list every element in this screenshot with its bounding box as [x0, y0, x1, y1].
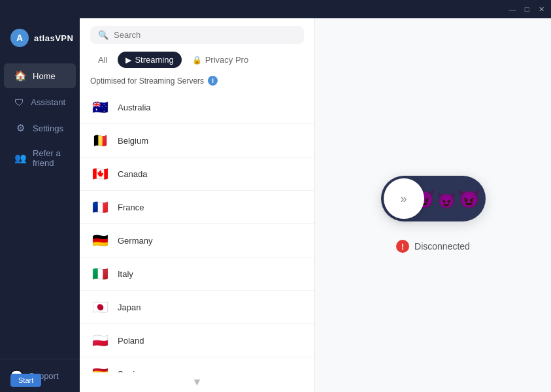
sidebar-item-home-label: Home	[33, 71, 56, 81]
flag-icon: 🇮🇹	[90, 264, 110, 284]
tab-streaming-label: Streaming	[135, 55, 173, 65]
privacy-pro-icon: 🔒	[192, 56, 202, 65]
connection-panel: » 😈 😈 😈 ! Disconnected	[315, 18, 551, 392]
country-name: Australia	[118, 103, 151, 112]
toggle-arrow-icon: »	[400, 192, 407, 206]
tab-all-label: All	[98, 55, 107, 65]
scroll-indicator: ▼	[80, 372, 314, 392]
scroll-down-icon: ▼	[192, 376, 203, 388]
close-button[interactable]: ✕	[537, 5, 546, 14]
flag-icon: 🇯🇵	[90, 297, 110, 317]
logo-icon: A	[10, 29, 29, 47]
flag-icon: 🇦🇺	[90, 97, 110, 117]
assistant-icon: 🛡	[14, 96, 24, 108]
info-badge[interactable]: i	[208, 76, 218, 86]
streaming-icon: ▶	[125, 56, 131, 65]
settings-icon: ⚙	[14, 122, 26, 134]
list-item[interactable]: 🇵🇱Poland	[80, 324, 314, 357]
sidebar-item-settings[interactable]: ⚙ Settings	[4, 116, 76, 140]
list-item[interactable]: 🇫🇷France	[80, 191, 314, 224]
optimised-label-text: Optimised for Streaming Servers	[90, 76, 204, 86]
vpn-toggle[interactable]: » 😈 😈 😈	[381, 176, 486, 221]
country-name: France	[118, 203, 144, 212]
refer-icon: 👥	[14, 152, 26, 164]
toggle-knob[interactable]: »	[384, 178, 424, 219]
sidebar-item-refer-label: Refer a friend	[33, 148, 65, 168]
search-bar: 🔍	[80, 18, 314, 49]
logo: A atlasVPN	[0, 18, 84, 63]
status-text: Disconnected	[414, 241, 470, 252]
sidebar-item-assistant-label: Assistant	[31, 97, 65, 107]
main-content: 🔍 All ▶ Streaming 🔒 Privacy Pro Optimise…	[80, 18, 551, 392]
title-bar: — □ ✕	[0, 0, 551, 18]
server-list: 🇦🇺Australia🇧🇪Belgium🇨🇦Canada🇫🇷France🇩🇪Ge…	[80, 91, 314, 372]
search-input[interactable]	[114, 30, 296, 40]
list-item[interactable]: 🇯🇵Japan	[80, 291, 314, 324]
country-name: Italy	[118, 269, 133, 279]
disconnected-icon: !	[396, 240, 409, 253]
tab-privacy-pro[interactable]: 🔒 Privacy Pro	[184, 52, 256, 68]
flag-icon: 🇩🇪	[90, 231, 110, 250]
logo-text: atlasVPN	[34, 33, 73, 43]
country-name: Canada	[118, 169, 148, 179]
minimize-button[interactable]: —	[508, 5, 517, 14]
optimised-label: Optimised for Streaming Servers i	[80, 73, 314, 91]
country-name: Belgium	[118, 136, 148, 146]
maximize-button[interactable]: □	[522, 5, 531, 14]
sidebar-item-home[interactable]: 🏠 Home	[4, 63, 76, 88]
status-row: ! Disconnected	[396, 240, 470, 253]
sidebar: A atlasVPN 🏠 Home 🛡 Assistant ⚙ Settings…	[0, 0, 80, 392]
sidebar-item-settings-label: Settings	[33, 123, 63, 133]
home-icon: 🏠	[14, 70, 26, 82]
country-name: Germany	[118, 236, 152, 246]
flag-icon: 🇫🇷	[90, 197, 110, 217]
search-input-wrap: 🔍	[90, 26, 304, 44]
tab-all[interactable]: All	[90, 52, 115, 68]
country-name: Japan	[118, 302, 141, 312]
list-item[interactable]: 🇦🇺Australia	[80, 91, 314, 124]
flag-icon: 🇵🇱	[90, 331, 110, 350]
list-item[interactable]: 🇪🇸Spain	[80, 357, 314, 372]
sidebar-item-refer[interactable]: 👥 Refer a friend	[4, 142, 76, 174]
list-item[interactable]: 🇩🇪Germany	[80, 224, 314, 257]
start-button[interactable]: Start	[10, 374, 41, 387]
tab-privacy-pro-label: Privacy Pro	[205, 55, 248, 65]
sidebar-item-assistant[interactable]: 🛡 Assistant	[4, 90, 76, 114]
search-icon: 🔍	[98, 30, 109, 40]
flag-icon: 🇧🇪	[90, 131, 110, 150]
list-item[interactable]: 🇮🇹Italy	[80, 257, 314, 291]
list-item[interactable]: 🇧🇪Belgium	[80, 124, 314, 157]
flag-icon: 🇪🇸	[90, 364, 110, 372]
server-panel: 🔍 All ▶ Streaming 🔒 Privacy Pro Optimise…	[80, 18, 315, 392]
tabs: All ▶ Streaming 🔒 Privacy Pro	[80, 49, 314, 73]
tab-streaming[interactable]: ▶ Streaming	[118, 52, 181, 68]
sidebar-nav: 🏠 Home 🛡 Assistant ⚙ Settings 👥 Refer a …	[0, 63, 80, 359]
country-name: Poland	[118, 336, 144, 346]
list-item[interactable]: 🇨🇦Canada	[80, 157, 314, 191]
flag-icon: 🇨🇦	[90, 164, 110, 184]
